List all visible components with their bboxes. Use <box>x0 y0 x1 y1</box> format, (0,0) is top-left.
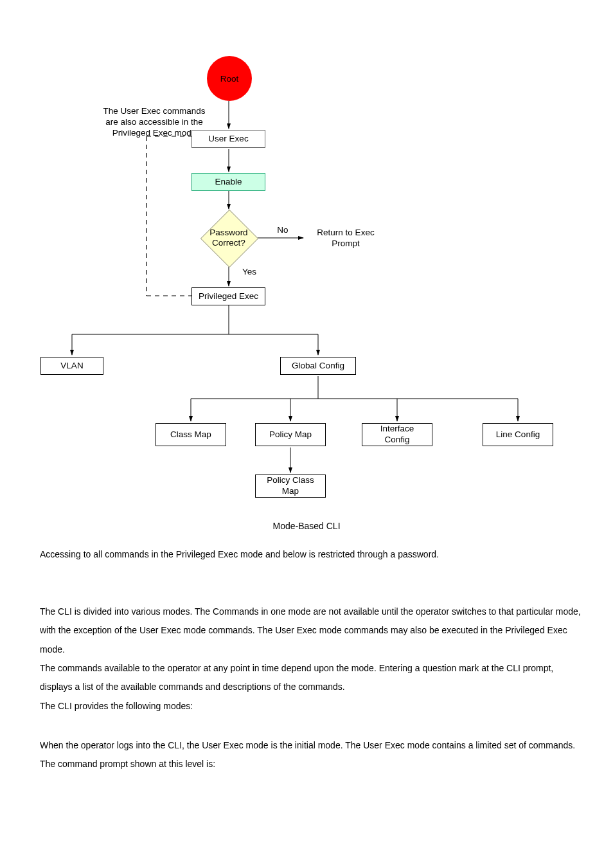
root-label: Root <box>220 74 239 84</box>
policy-class-map-node: Policy Class Map <box>255 475 326 498</box>
line-config-node: Line Config <box>483 423 553 446</box>
user-exec-node: User Exec <box>191 130 265 148</box>
no-label: No <box>270 225 296 236</box>
return-exec-label: Return to Exec Prompt <box>307 228 384 249</box>
privileged-exec-node: Privileged Exec <box>191 287 265 305</box>
root-node: Root <box>207 56 252 101</box>
vlan-node: VLAN <box>40 357 103 375</box>
global-config-node: Global Config <box>280 357 356 375</box>
class-map-node: Class Map <box>155 423 226 446</box>
enable-node: Enable <box>191 173 265 191</box>
paragraph-2: The CLI is divided into various modes. T… <box>40 602 587 659</box>
policy-map-node: Policy Map <box>255 423 326 446</box>
interface-config-node: Interface Config <box>362 423 432 446</box>
paragraph-4: The CLI provides the following modes: <box>40 697 587 716</box>
password-decision: Password Correct? <box>200 210 257 266</box>
mode-based-cli-diagram: Root The User Exec commands are also acc… <box>0 0 613 514</box>
paragraph-3: The commands available to the operator a… <box>40 659 587 697</box>
yes-label: Yes <box>236 267 262 278</box>
paragraph-1: Accessing to all commands in the Privile… <box>40 545 587 564</box>
paragraph-5: When the operator logs into the CLI, the… <box>40 736 587 774</box>
diagram-caption: Mode-Based CLI <box>0 521 613 531</box>
